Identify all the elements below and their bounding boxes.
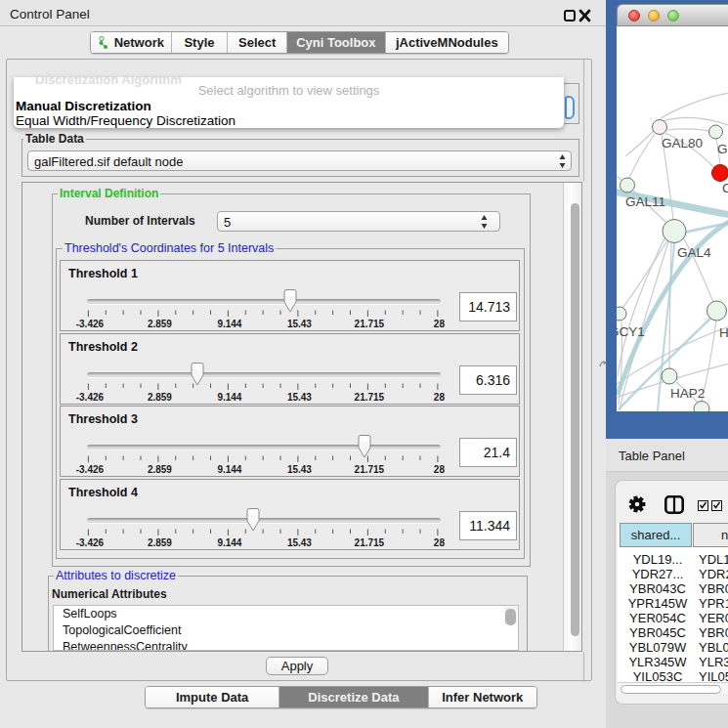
svg-text:HAP2: HAP2 [670, 386, 705, 401]
svg-text:GCY1: GCY1 [617, 324, 645, 339]
svg-text:C: C [722, 181, 728, 195]
svg-text:GAL80: GAL80 [662, 136, 703, 150]
svg-text:GAL4: GAL4 [677, 245, 711, 260]
svg-text:GAL11: GAL11 [625, 194, 665, 209]
svg-text:H: H [719, 325, 728, 340]
svg-text:G.: G. [717, 142, 728, 156]
